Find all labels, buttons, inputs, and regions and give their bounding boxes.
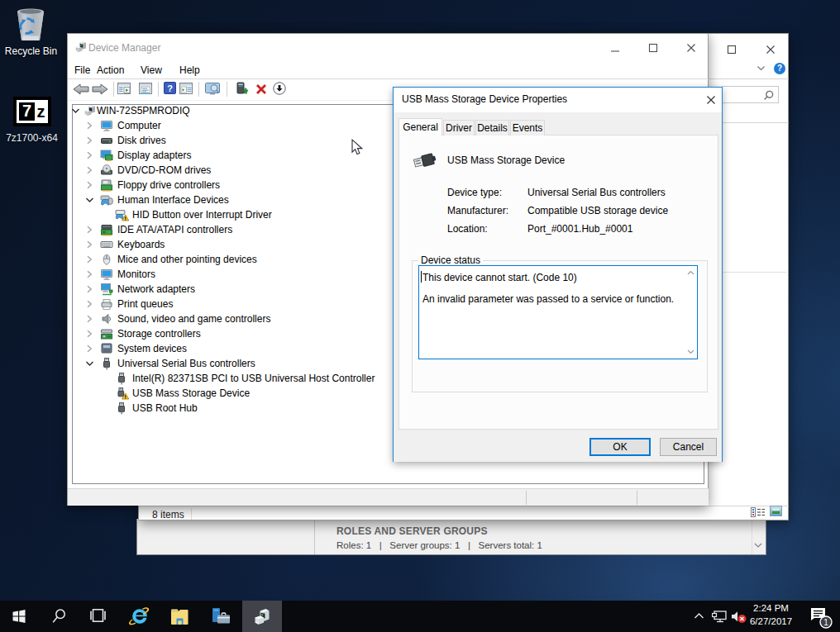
svg-text:1: 1	[823, 618, 828, 627]
svg-text:?: ?	[167, 83, 173, 93]
